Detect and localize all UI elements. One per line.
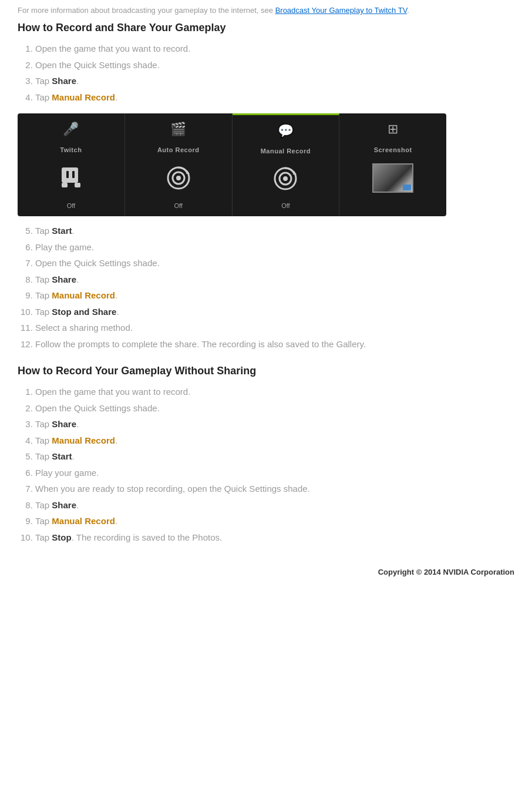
svg-rect-0 <box>62 167 78 183</box>
list-item: Play your game. <box>35 467 514 480</box>
list-item: Tap Share. <box>35 75 514 88</box>
list-item: Open the game that you want to record. <box>35 42 514 56</box>
list-item: Tap Manual Record. <box>35 289 514 303</box>
bold-manual-record: Manual Record <box>52 92 115 102</box>
list-item: Tap Manual Record. <box>35 515 514 528</box>
autorecord-icon <box>165 163 192 193</box>
manual-record-tile[interactable]: 💬 Manual Record Off <box>233 113 340 216</box>
auto-record-tile[interactable]: 🎬 Auto Record Off <box>125 113 233 216</box>
bold-start-s2: Start <box>52 451 72 461</box>
list-item: Tap Stop and Share. <box>35 306 514 319</box>
top-note: For more information about broadcasting … <box>18 6 514 15</box>
list-item: Open the game that you want to record. <box>35 385 514 399</box>
screenshot-icon <box>372 163 413 193</box>
manualrecord-icon <box>272 164 299 193</box>
screenshot-thumb <box>372 163 413 193</box>
screenshot-label: Screenshot <box>374 146 412 153</box>
list-item: Tap Manual Record. <box>35 91 514 105</box>
step-text: Open the game that you want to record. <box>35 43 190 53</box>
twitch-tile[interactable]: 🎤 Twitch Off <box>18 113 125 216</box>
bold-share: Share <box>52 76 76 86</box>
svg-point-11 <box>283 176 288 181</box>
section1-steps: Open the game that you want to record. O… <box>35 42 514 104</box>
svg-rect-2 <box>75 183 80 187</box>
bold-stop-s2: Stop <box>52 532 71 542</box>
copyright: Copyright © 2014 NVIDIA Corporation <box>18 568 514 576</box>
list-item: Follow the prompts to complete the share… <box>35 338 514 351</box>
twitch-label: Twitch <box>60 146 82 153</box>
svg-point-7 <box>176 176 181 180</box>
auto-record-label: Auto Record <box>157 146 200 153</box>
manual-record-status: Off <box>281 202 289 209</box>
chat-icon: 💬 <box>278 123 294 139</box>
mic-icon: 🎤 <box>63 122 79 137</box>
screenshot-tile[interactable]: ⊞ Screenshot <box>339 113 446 216</box>
list-item: Open the Quick Settings shade. <box>35 59 514 72</box>
auto-record-status: Off <box>174 202 182 209</box>
section1-steps-cont: Tap Start. Play the game. Open the Quick… <box>35 224 514 351</box>
cam-icon: 🎬 <box>170 122 186 137</box>
section2-heading: How to Record Your Gameplay Without Shar… <box>18 365 514 377</box>
twitch-link[interactable]: Broadcast Your Gameplay to Twitch TV <box>275 6 408 15</box>
bold-share-s2b: Share <box>52 500 76 510</box>
screenshot-status <box>392 202 394 209</box>
list-item: Tap Start. <box>35 450 514 464</box>
list-item: Select a sharing method. <box>35 321 514 335</box>
svg-rect-3 <box>66 171 69 178</box>
list-item: Play the game. <box>35 241 514 254</box>
bold-manual-record-s2b: Manual Record <box>52 516 115 526</box>
step-text: Open the Quick Settings shade. <box>35 60 160 70</box>
list-item: Tap Share. <box>35 499 514 512</box>
list-item: Tap Manual Record. <box>35 434 514 448</box>
bold-manual-record-s2: Manual Record <box>52 435 115 445</box>
list-item: When you are ready to stop recording, op… <box>35 482 514 496</box>
manual-record-label: Manual Record <box>261 147 311 155</box>
bold-stop-share: Stop and Share <box>52 307 116 317</box>
list-item: Tap Stop. The recording is saved to the … <box>35 531 514 545</box>
svg-rect-1 <box>62 183 68 187</box>
bold-start: Start <box>52 226 72 236</box>
bold-share2: Share <box>52 274 76 284</box>
svg-rect-4 <box>72 171 75 178</box>
share-ui-panel: 🎤 Twitch Off 🎬 Auto Record <box>18 113 446 216</box>
grid-icon: ⊞ <box>388 122 398 137</box>
bold-manual-record2: Manual Record <box>52 290 115 300</box>
section1-heading: How to Record and Share Your Gameplay <box>18 22 514 34</box>
list-item: Open the Quick Settings shade. <box>35 402 514 415</box>
list-item: Tap Start. <box>35 224 514 238</box>
list-item: Open the Quick Settings shade. <box>35 257 514 270</box>
list-item: Tap Share. <box>35 273 514 287</box>
list-item: Tap Share. <box>35 418 514 431</box>
section2-steps: Open the game that you want to record. O… <box>35 385 514 544</box>
twitch-status: Off <box>67 202 75 209</box>
twitch-icon <box>58 163 84 193</box>
bold-share-s2: Share <box>52 419 76 429</box>
